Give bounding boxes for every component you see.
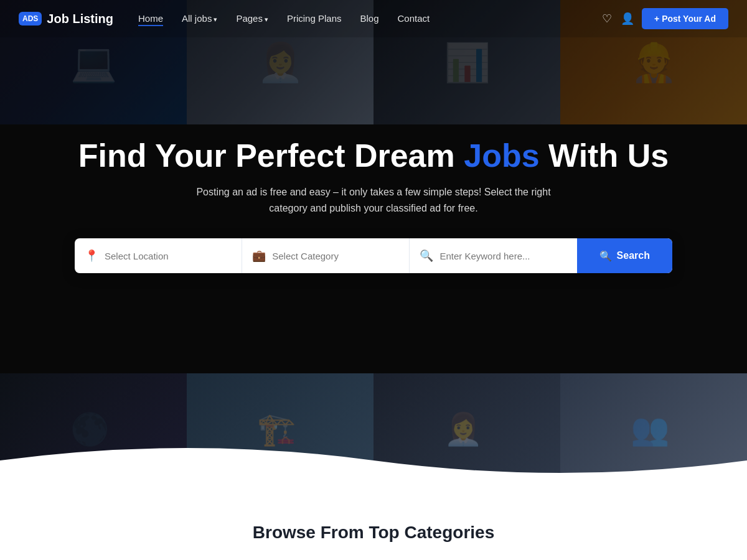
- category-input[interactable]: [272, 251, 399, 261]
- wave-decoration: [0, 436, 747, 485]
- hero-overlay: Find Your Perfect Dream Jobs With Us Pos…: [0, 0, 747, 373]
- nav-pages[interactable]: Pages▾: [236, 13, 268, 24]
- nav-home[interactable]: Home: [138, 13, 163, 26]
- hero-section: Find Your Perfect Dream Jobs With Us Pos…: [0, 0, 747, 373]
- user-icon-button[interactable]: 👤: [621, 12, 634, 26]
- nav-links: Home All jobs▾ Pages▾ Pricing Plans Blog…: [138, 13, 602, 24]
- location-field: 📍: [75, 238, 242, 273]
- hero-subtitle: Posting an ad is free and easy – it only…: [193, 184, 554, 216]
- hero-title: Find Your Perfect Dream Jobs With Us: [78, 138, 669, 175]
- heart-icon-button[interactable]: ♡: [602, 12, 612, 26]
- hero-title-part1: Find Your Perfect Dream: [78, 138, 464, 174]
- brand-name: Job Listing: [47, 12, 113, 26]
- navbar: ADS Job Listing Home All jobs▾ Pages▾ Pr…: [0, 0, 747, 37]
- location-input[interactable]: [105, 251, 232, 261]
- keyword-input[interactable]: [439, 251, 566, 261]
- briefcase-icon: 💼: [252, 249, 266, 263]
- search-button[interactable]: 🔍 Search: [577, 238, 672, 273]
- categories-section: Browse From Top Categories ‹: [0, 485, 747, 560]
- categories-title: Browse From Top Categories: [37, 523, 710, 543]
- hero-title-part2: With Us: [540, 138, 669, 174]
- nav-contact[interactable]: Contact: [398, 13, 430, 24]
- hero-bottom: [0, 373, 747, 485]
- nav-blog[interactable]: Blog: [360, 13, 378, 24]
- nav-pricing[interactable]: Pricing Plans: [287, 13, 342, 24]
- brand-logo[interactable]: ADS Job Listing: [19, 12, 113, 26]
- keyword-field: 🔍: [410, 238, 576, 273]
- logo-icon: ADS: [19, 12, 42, 26]
- search-bar: 📍 💼 🔍 🔍 Search: [75, 238, 672, 273]
- search-label: Search: [617, 250, 650, 261]
- nav-icons: ♡ 👤: [602, 12, 634, 26]
- nav-alljobs[interactable]: All jobs▾: [182, 13, 217, 24]
- location-icon: 📍: [85, 249, 98, 263]
- search-icon: 🔍: [599, 250, 612, 262]
- hero-title-accent: Jobs: [464, 138, 539, 174]
- category-field: 💼: [242, 238, 410, 273]
- person-search-icon: 🔍: [420, 249, 433, 263]
- post-ad-button[interactable]: + Post Your Ad: [642, 8, 728, 29]
